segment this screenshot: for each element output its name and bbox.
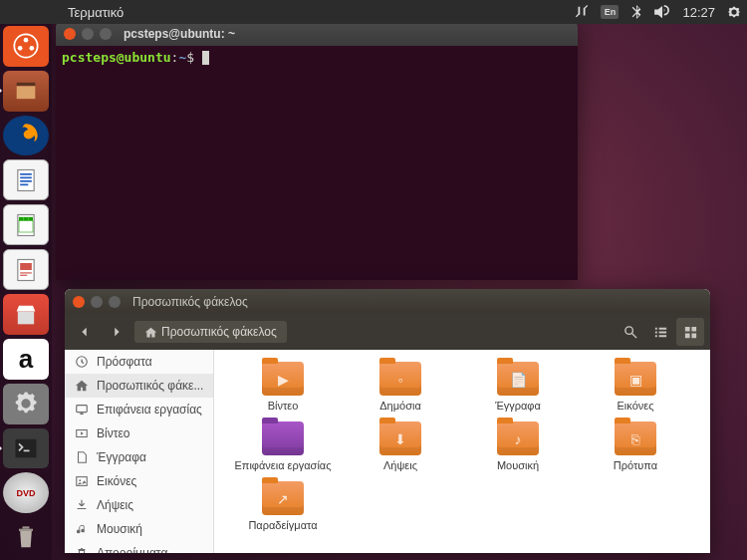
svg-rect-21 <box>18 311 34 324</box>
nav-forward-button[interactable] <box>103 318 130 346</box>
svg-rect-14 <box>24 217 29 221</box>
terminal-titlebar[interactable]: pcsteps@ubuntu: ~ <box>56 21 578 46</box>
window-minimize-button[interactable] <box>91 296 103 308</box>
folder-label: Λήψεις <box>383 459 417 471</box>
svg-point-25 <box>624 326 632 334</box>
svg-rect-19 <box>20 272 32 273</box>
svg-point-30 <box>79 479 81 481</box>
prompt-user: pcsteps@ubuntu <box>62 50 171 65</box>
files-icon-view[interactable]: ▶Βίντεο◦Δημόσια📄Έγγραφα▣ΕικόνεςΕπιφάνεια… <box>214 350 710 553</box>
window-close-button[interactable] <box>73 296 85 308</box>
svg-rect-9 <box>20 176 32 178</box>
launcher-firefox[interactable] <box>3 116 49 156</box>
active-app-title: Τερματικό <box>68 5 124 20</box>
launcher-amazon[interactable]: a <box>3 339 49 380</box>
folder-item[interactable]: ↗Παραδείγματα <box>224 481 342 531</box>
path-label: Προσωπικός φάκελος <box>161 325 277 339</box>
svg-rect-18 <box>20 263 32 270</box>
window-maximize-button[interactable] <box>100 28 112 40</box>
svg-point-1 <box>24 38 29 43</box>
launcher-terminal[interactable] <box>3 428 49 469</box>
files-title: Προσωπικός φάκελος <box>132 295 248 309</box>
folder-icon: ⎘ <box>615 421 656 455</box>
files-sidebar: ΠρόσφαταΠροσωπικός φάκε...Επιφάνεια εργα… <box>65 350 214 553</box>
svg-point-2 <box>18 46 23 51</box>
files-titlebar[interactable]: Προσωπικός φάκελος <box>65 289 710 314</box>
folder-icon: ▣ <box>615 362 656 396</box>
launcher-trash[interactable] <box>3 517 49 558</box>
folder-label: Βίντεο <box>268 400 299 412</box>
folder-item[interactable]: 📄Έγγραφα <box>459 362 577 412</box>
folder-label: Επιφάνεια εργασίας <box>234 459 331 471</box>
pathbar[interactable]: Προσωπικός φάκελος <box>134 321 287 343</box>
launcher-software[interactable] <box>3 294 49 335</box>
view-list-button[interactable] <box>646 318 674 346</box>
sidebar-item-download[interactable]: Λήψεις <box>65 493 213 517</box>
files-window: Προσωπικός φάκελος Προσωπικός φάκελος Πρ… <box>65 289 710 553</box>
folder-icon: ▶ <box>262 362 304 396</box>
terminal-body[interactable]: pcsteps@ubuntu:~$ <box>56 46 578 69</box>
network-icon[interactable] <box>575 5 589 19</box>
svg-rect-4 <box>17 83 36 87</box>
gear-icon[interactable] <box>727 5 741 19</box>
folder-item[interactable]: ♪Μουσική <box>459 421 577 471</box>
launcher-settings[interactable] <box>3 384 49 424</box>
volume-icon[interactable] <box>654 5 670 19</box>
nav-back-button[interactable] <box>71 318 99 346</box>
sidebar-item-clock[interactable]: Πρόσφατα <box>65 350 213 374</box>
svg-rect-27 <box>77 406 88 413</box>
folder-icon: ◦ <box>379 362 421 396</box>
folder-label: Έγγραφα <box>495 400 541 412</box>
folder-item[interactable]: Επιφάνεια εργασίας <box>224 421 342 471</box>
window-minimize-button[interactable] <box>82 28 94 40</box>
sidebar-item-image[interactable]: Εικόνες <box>65 469 213 493</box>
launcher-files[interactable] <box>3 71 49 112</box>
view-grid-button[interactable] <box>676 318 704 346</box>
folder-label: Πρότυπα <box>614 459 657 471</box>
svg-rect-23 <box>19 528 33 530</box>
sidebar-item-desktop[interactable]: Επιφάνεια εργασίας <box>65 398 213 421</box>
home-icon <box>144 326 157 339</box>
launcher-writer[interactable] <box>3 159 49 200</box>
folder-label: Εικόνες <box>618 400 654 412</box>
window-close-button[interactable] <box>64 28 76 40</box>
folder-icon: ↗ <box>262 481 304 515</box>
svg-rect-11 <box>20 183 28 185</box>
svg-rect-8 <box>20 173 32 175</box>
sidebar-item-trash[interactable]: Απορρίμματα <box>65 541 213 553</box>
launcher: a DVD <box>0 0 52 560</box>
folder-item[interactable]: ▣Εικόνες <box>577 362 694 412</box>
folder-icon: 📄 <box>497 362 539 396</box>
folder-item[interactable]: ⬇Λήψεις <box>342 421 459 471</box>
launcher-impress[interactable] <box>3 249 49 290</box>
svg-rect-5 <box>17 87 36 100</box>
launcher-calc[interactable] <box>3 204 49 245</box>
search-button[interactable] <box>617 318 644 346</box>
clock[interactable]: 12:27 <box>682 5 715 20</box>
folder-icon: ⬇ <box>379 421 421 455</box>
keyboard-indicator[interactable]: En <box>601 5 619 19</box>
sidebar-item-doc[interactable]: Έγγραφα <box>65 445 213 469</box>
terminal-cursor <box>202 51 209 65</box>
svg-rect-15 <box>28 217 33 221</box>
folder-item[interactable]: ◦Δημόσια <box>342 362 459 412</box>
terminal-window: pcsteps@ubuntu: ~ pcsteps@ubuntu:~$ <box>56 21 578 280</box>
launcher-dvd[interactable]: DVD <box>3 472 49 513</box>
folder-item[interactable]: ⎘Πρότυπα <box>577 421 694 471</box>
folder-label: Δημόσια <box>379 400 421 412</box>
svg-rect-10 <box>20 180 32 182</box>
folder-label: Μουσική <box>497 459 539 471</box>
sidebar-item-video[interactable]: Βίντεο <box>65 421 213 445</box>
svg-rect-24 <box>23 526 30 528</box>
folder-icon: ♪ <box>497 421 539 455</box>
svg-rect-20 <box>20 275 27 276</box>
terminal-title: pcsteps@ubuntu: ~ <box>124 27 235 41</box>
window-maximize-button[interactable] <box>109 296 121 308</box>
bluetooth-icon[interactable] <box>630 5 642 19</box>
folder-icon <box>262 421 304 455</box>
sidebar-item-music[interactable]: Μουσική <box>65 517 213 541</box>
sidebar-item-home[interactable]: Προσωπικός φάκε... <box>65 374 213 398</box>
files-toolbar: Προσωπικός φάκελος <box>65 314 710 350</box>
folder-item[interactable]: ▶Βίντεο <box>224 362 342 412</box>
launcher-dash[interactable] <box>3 26 49 67</box>
